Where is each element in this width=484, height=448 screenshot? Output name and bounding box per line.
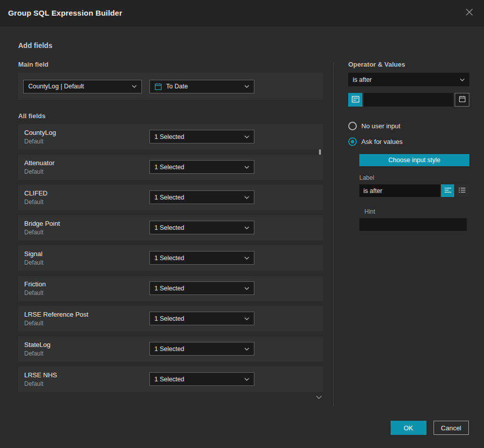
field-info: CLIFED Default: [24, 189, 47, 206]
dialog-title: Group SQL Expression Builder: [8, 9, 122, 17]
field-subtitle: Default: [24, 320, 88, 327]
field-selected-value: 1 Selected: [154, 224, 240, 231]
field-selected-dropdown[interactable]: 1 Selected: [149, 251, 254, 265]
operator-values-heading: Operator & Values: [348, 61, 469, 68]
field-name: LRSE NHS: [24, 371, 57, 379]
chevron-down-icon: [244, 226, 249, 229]
field-row: StateLog Default 1 Selected: [18, 336, 323, 362]
field-info: LRSE Reference Post Default: [24, 311, 88, 327]
chevron-down-icon: [244, 196, 249, 199]
field-selected-dropdown[interactable]: 1 Selected: [149, 312, 254, 325]
field-selected-value: 1 Selected: [154, 255, 240, 262]
chevron-down-icon: [244, 85, 249, 88]
field-selected-dropdown[interactable]: 1 Selected: [149, 281, 254, 295]
field-selected-value: 1 Selected: [154, 315, 240, 322]
value-input[interactable]: [364, 93, 453, 107]
field-name: Signal: [24, 250, 43, 258]
close-button[interactable]: [463, 6, 476, 20]
field-selected-dropdown[interactable]: 1 Selected: [149, 130, 254, 143]
cancel-button[interactable]: Cancel: [434, 421, 469, 435]
chevron-down-icon: [244, 166, 249, 169]
date-picker-button[interactable]: [455, 93, 469, 107]
chevron-down-icon: [244, 378, 249, 381]
field-selected-dropdown[interactable]: 1 Selected: [149, 342, 254, 356]
field-row: Signal Default 1 Selected: [18, 245, 323, 271]
operator-select-value: is after: [353, 76, 456, 83]
label-caption: Label: [359, 174, 469, 181]
date-field-select[interactable]: To Date: [149, 80, 254, 93]
field-subtitle: Default: [24, 229, 60, 236]
field-row: Attenuator Default 1 Selected: [18, 155, 323, 180]
ok-button[interactable]: OK: [391, 421, 426, 435]
field-name: CountyLog: [24, 129, 56, 136]
field-subtitle: Default: [24, 138, 56, 145]
main-field-select[interactable]: CountyLog | Default: [23, 80, 142, 93]
input-field-icon: [352, 96, 359, 104]
field-name: Friction: [24, 280, 46, 288]
dialog-header: Group SQL Expression Builder: [0, 0, 484, 26]
hint-input[interactable]: [359, 218, 467, 231]
field-row: CountyLog Default 1 Selected: [18, 124, 323, 150]
chevron-down-icon: [244, 347, 249, 351]
field-selected-value: 1 Selected: [154, 376, 240, 383]
field-selected-value: 1 Selected: [154, 133, 240, 140]
field-selected-value: 1 Selected: [154, 285, 240, 292]
single-line-style-button[interactable]: [441, 184, 454, 197]
label-input-row: [359, 184, 469, 197]
ask-for-values-radio[interactable]: Ask for values: [348, 137, 469, 146]
field-subtitle: Default: [24, 289, 46, 296]
align-left-icon: [445, 187, 451, 194]
group-sql-expression-builder-dialog: Group SQL Expression Builder Add fields …: [0, 0, 484, 448]
fields-column: Main field CountyLog | Default: [18, 61, 323, 406]
field-subtitle: Default: [24, 380, 57, 387]
all-fields-list: CountyLog Default 1 Selected Attenuator …: [18, 124, 323, 400]
field-selected-dropdown[interactable]: 1 Selected: [149, 372, 254, 386]
chevron-down-icon: [244, 287, 249, 290]
field-info: Bridge Point Default: [24, 220, 60, 236]
field-name: LRSE Reference Post: [24, 311, 88, 318]
date-field-select-value: To Date: [166, 83, 240, 90]
hint-caption: Hint: [364, 208, 469, 215]
dialog-body: Add fields Main field CountyLog | Defaul…: [0, 26, 484, 406]
add-fields-heading: Add fields: [18, 41, 469, 49]
field-selected-value: 1 Selected: [154, 345, 240, 353]
field-info: Attenuator Default: [24, 159, 55, 175]
radio-selected-icon: [348, 137, 357, 146]
field-name: CLIFED: [24, 189, 47, 197]
field-selected-dropdown[interactable]: 1 Selected: [149, 160, 254, 174]
no-user-input-label: No user input: [361, 122, 400, 130]
list-style-button[interactable]: [455, 184, 468, 197]
ask-for-values-label: Ask for values: [361, 138, 403, 145]
no-user-input-radio[interactable]: No user input: [348, 122, 469, 130]
main-field-label: Main field: [18, 61, 323, 68]
chevron-down-icon: [132, 85, 137, 88]
chevron-down-icon: [244, 135, 249, 138]
main-field-select-value: CountyLog | Default: [28, 83, 128, 90]
scroll-down-chevron-icon[interactable]: [316, 395, 322, 400]
field-subtitle: Default: [24, 198, 47, 206]
field-name: StateLog: [24, 341, 50, 349]
dialog-footer: OK Cancel: [391, 421, 469, 435]
field-selected-dropdown[interactable]: 1 Selected: [149, 221, 254, 234]
field-selected-value: 1 Selected: [154, 194, 240, 201]
operator-select[interactable]: is after: [348, 73, 469, 86]
operator-values-column: Operator & Values is after: [348, 61, 469, 406]
chevron-down-icon: [244, 317, 249, 320]
calendar-icon: [154, 83, 162, 90]
input-mode-button[interactable]: [348, 93, 362, 107]
chevron-down-icon: [244, 257, 249, 260]
field-row: Bridge Point Default 1 Selected: [18, 215, 323, 240]
list-icon: [459, 187, 465, 194]
field-info: LRSE NHS Default: [24, 371, 57, 387]
chevron-down-icon: [460, 78, 465, 81]
field-name: Attenuator: [24, 159, 55, 167]
radio-unselected-icon: [348, 122, 357, 130]
choose-input-style-button[interactable]: Choose input style: [359, 154, 469, 166]
main-field-panel: CountyLog | Default: [18, 73, 323, 100]
field-row: Friction Default 1 Selected: [18, 276, 323, 301]
label-input[interactable]: [359, 184, 440, 197]
field-selected-dropdown[interactable]: 1 Selected: [149, 190, 254, 204]
calendar-icon: [459, 95, 466, 104]
field-name: Bridge Point: [24, 220, 60, 227]
all-fields-label: All fields: [18, 112, 323, 120]
